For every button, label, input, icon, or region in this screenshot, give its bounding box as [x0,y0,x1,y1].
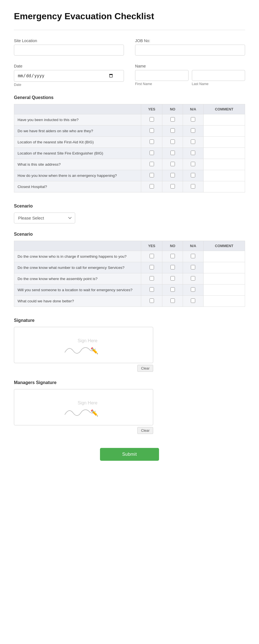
gq-comment-cell-gq2[interactable] [203,126,245,137]
sq-yes-checkbox-sq4[interactable] [150,287,154,292]
sq-na-cell-sq2 [183,262,204,273]
gq-comment-cell-gq3[interactable] [203,137,245,148]
gq-comment-cell-gq4[interactable] [203,148,245,159]
signature-box[interactable]: Sign Here ✏️ [14,327,153,363]
page-title: Emergency Evacuation Checklist [14,11,245,21]
general-questions-header-row: YES NO N/A COMMENT [14,104,245,114]
gq-question-text-gq6: How do you know when there is an emergen… [14,170,141,181]
gq-question-text-gq7: Closest Hospital? [14,181,141,192]
sq-na-checkbox-sq5[interactable] [191,298,195,303]
sq-comment-cell-sq1[interactable] [203,251,245,262]
gq-na-cell-gq7 [183,181,204,192]
sq-yes-cell-sq1 [141,251,162,262]
table-row: What could we have done better? [14,296,245,307]
gq-yes-checkbox-gq3[interactable] [150,139,154,144]
sq-yes-col-header: YES [141,241,162,251]
sq-yes-checkbox-sq2[interactable] [150,265,154,269]
managers-signature-clear-button[interactable]: Clear [137,427,153,434]
name-row: First Name Last Name [135,70,245,86]
first-name-part: First Name [135,70,189,86]
gq-comment-cell-gq7[interactable] [203,181,245,192]
sq-yes-cell-sq2 [141,262,162,273]
managers-sign-here-text: Sign Here [78,401,97,406]
gq-na-checkbox-gq2[interactable] [191,128,195,133]
sq-no-checkbox-sq3[interactable] [170,276,175,281]
pen-icon: ✏️ [91,347,98,354]
gq-na-checkbox-gq4[interactable] [191,151,195,155]
first-name-input[interactable] [135,70,189,81]
gq-no-checkbox-gq5[interactable] [170,162,175,166]
site-location-input[interactable] [14,45,124,56]
site-location-group: Site Location [14,38,124,56]
gq-na-checkbox-gq1[interactable] [191,117,195,122]
scenario-questions-header-row: YES NO N/A COMMENT [14,241,245,251]
gq-comment-cell-gq6[interactable] [203,170,245,181]
gq-yes-cell-gq4 [141,148,162,159]
table-row: Location of the nearest site First-Aid K… [14,137,245,148]
sq-na-cell-sq4 [183,284,204,296]
table-row: Closest Hospital? [14,181,245,192]
sq-na-checkbox-sq3[interactable] [191,276,195,281]
signature-clear-button[interactable]: Clear [137,365,153,372]
gq-yes-checkbox-gq6[interactable] [150,173,154,177]
sq-comment-cell-sq3[interactable] [203,273,245,284]
managers-signature-box[interactable]: Sign Here ✏️ [14,389,153,425]
sq-no-checkbox-sq2[interactable] [170,265,175,269]
gq-yes-checkbox-gq5[interactable] [150,162,154,166]
gq-yes-checkbox-gq1[interactable] [150,117,154,122]
last-name-input[interactable] [192,70,245,81]
gq-no-checkbox-gq1[interactable] [170,117,175,122]
gq-yes-cell-gq2 [141,126,162,137]
sq-yes-checkbox-sq1[interactable] [150,254,154,258]
gq-yes-checkbox-gq4[interactable] [150,151,154,155]
sq-no-cell-sq4 [162,284,183,296]
sq-na-checkbox-sq1[interactable] [191,254,195,258]
sq-na-checkbox-sq4[interactable] [191,287,195,292]
general-questions-section: General Questions YES NO N/A COMMENT Hav… [14,95,245,192]
sq-na-checkbox-sq2[interactable] [191,265,195,269]
sq-no-checkbox-sq5[interactable] [170,298,175,303]
gq-comment-cell-gq5[interactable] [203,159,245,170]
gq-comment-cell-gq1[interactable] [203,114,245,126]
sq-na-cell-sq5 [183,296,204,307]
sq-comment-cell-sq4[interactable] [203,284,245,296]
gq-na-checkbox-gq6[interactable] [191,173,195,177]
sq-no-checkbox-sq1[interactable] [170,254,175,258]
gq-yes-checkbox-gq2[interactable] [150,128,154,133]
gq-na-cell-gq1 [183,114,204,126]
table-row: Will you send someone to a location to w… [14,284,245,296]
sq-yes-checkbox-sq5[interactable] [150,298,154,303]
gq-comment-col-header: COMMENT [203,104,245,114]
gq-na-checkbox-gq5[interactable] [191,162,195,166]
sq-no-checkbox-sq4[interactable] [170,287,175,292]
gq-na-checkbox-gq7[interactable] [191,184,195,189]
scenario-dropdown-section: Scenario Please SelectFireMedical Emerge… [14,204,245,223]
date-label: Date [14,64,124,68]
sq-comment-cell-sq5[interactable] [203,296,245,307]
signature-section: Signature Sign Here ✏️ Clear [14,318,245,372]
job-no-label: JOB No: [135,38,245,43]
scenario-select[interactable]: Please SelectFireMedical EmergencyEvacua… [14,213,75,223]
sq-question-col-header [14,241,141,251]
gq-no-checkbox-gq7[interactable] [170,184,175,189]
sq-yes-checkbox-sq3[interactable] [150,276,154,281]
gq-yes-cell-gq7 [141,181,162,192]
date-name-row: Date Date Name First Name Last Name [14,64,245,87]
date-group: Date Date [14,64,124,87]
gq-no-checkbox-gq3[interactable] [170,139,175,144]
clear-btn-row: Clear [14,365,153,372]
gq-no-checkbox-gq4[interactable] [170,151,175,155]
date-input[interactable] [14,70,124,82]
submit-button[interactable]: Submit [100,448,159,461]
job-no-input[interactable] [135,45,245,56]
gq-no-checkbox-gq6[interactable] [170,173,175,177]
sq-comment-cell-sq2[interactable] [203,262,245,273]
sq-comment-col-header: COMMENT [203,241,245,251]
sq-yes-cell-sq4 [141,284,162,296]
gq-no-checkbox-gq2[interactable] [170,128,175,133]
gq-yes-checkbox-gq7[interactable] [150,184,154,189]
gq-question-col-header [14,104,141,114]
gq-yes-cell-gq3 [141,137,162,148]
gq-na-checkbox-gq3[interactable] [191,139,195,144]
sq-question-text-sq4: Will you send someone to a location to w… [14,284,141,296]
